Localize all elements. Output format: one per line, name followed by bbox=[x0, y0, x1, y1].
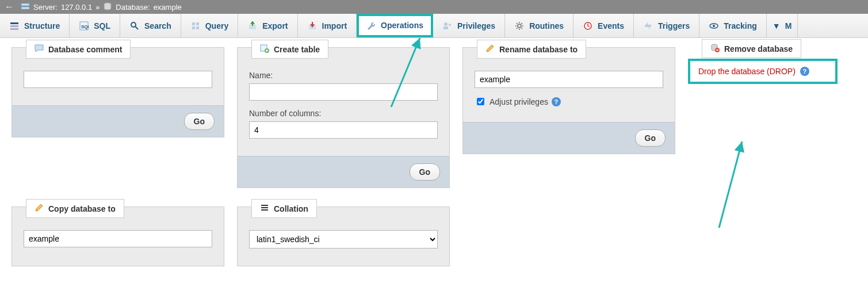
export-icon bbox=[247, 21, 258, 31]
panel-copy-database: Copy database to bbox=[12, 207, 224, 266]
tab-import[interactable]: Import bbox=[298, 14, 357, 37]
structure-icon bbox=[9, 21, 20, 31]
num-columns-input[interactable] bbox=[249, 121, 438, 139]
content-area: Database comment Go Create table Name: N… bbox=[0, 38, 868, 276]
go-button-comment[interactable]: Go bbox=[184, 113, 215, 130]
svg-point-16 bbox=[444, 22, 448, 26]
svg-rect-17 bbox=[443, 26, 448, 29]
tab-events[interactable]: Events bbox=[573, 14, 634, 37]
tab-structure[interactable]: Structure bbox=[0, 14, 70, 37]
go-button-rename[interactable]: Go bbox=[635, 129, 666, 147]
adjust-privileges-label: Adjust privileges bbox=[490, 97, 548, 106]
table-name-label: Name: bbox=[249, 71, 438, 80]
tab-operations[interactable]: Operations bbox=[357, 14, 433, 37]
tab-routines[interactable]: Routines bbox=[505, 14, 573, 37]
tab-triggers-label: Triggers bbox=[658, 21, 690, 30]
pencil-icon bbox=[485, 44, 495, 55]
svg-text:SQL: SQL bbox=[81, 24, 89, 29]
tab-search[interactable]: Search bbox=[120, 14, 181, 37]
query-icon bbox=[190, 21, 201, 31]
gear-icon bbox=[514, 21, 525, 31]
go-button-create[interactable]: Go bbox=[410, 163, 440, 181]
tab-query[interactable]: Query bbox=[181, 14, 238, 37]
tab-query-label: Query bbox=[205, 21, 228, 30]
panel-title-comment: Database comment bbox=[48, 45, 122, 54]
copy-database-input[interactable] bbox=[24, 230, 212, 247]
triggers-icon bbox=[643, 21, 653, 31]
tab-import-label: Import bbox=[322, 21, 347, 30]
tab-search-label: Search bbox=[144, 21, 171, 30]
tab-privileges-label: Privileges bbox=[457, 21, 495, 30]
tab-export[interactable]: Export bbox=[238, 14, 297, 37]
collation-select[interactable]: latin1_swedish_ci bbox=[249, 230, 438, 249]
tab-export-label: Export bbox=[262, 21, 288, 30]
tab-sql[interactable]: SQL SQL bbox=[70, 14, 120, 37]
database-comment-input[interactable] bbox=[24, 71, 212, 88]
svg-point-22 bbox=[713, 25, 715, 27]
server-prefix: Server: bbox=[33, 3, 58, 12]
panel-header-collation: Collation bbox=[251, 199, 317, 218]
search-icon bbox=[129, 21, 140, 31]
panel-title-collation: Collation bbox=[274, 204, 308, 213]
panel-header-rename: Rename database to bbox=[477, 40, 586, 59]
pencil-icon bbox=[35, 203, 44, 214]
breadcrumb-separator: » bbox=[95, 3, 100, 12]
help-icon[interactable]: ? bbox=[800, 67, 809, 76]
tab-structure-label: Structure bbox=[24, 21, 60, 30]
remove-db-icon bbox=[710, 43, 720, 54]
svg-rect-1 bbox=[21, 7, 29, 9]
breadcrumb-database-link[interactable]: example bbox=[154, 3, 182, 12]
panel-header-create: Create table bbox=[251, 40, 328, 59]
drop-database-link[interactable]: Drop the database (DROP) ? bbox=[688, 59, 838, 84]
tab-tracking-label: Tracking bbox=[724, 21, 757, 30]
help-icon[interactable]: ? bbox=[552, 97, 561, 106]
comment-icon bbox=[35, 44, 44, 55]
num-columns-label: Number of columns: bbox=[249, 109, 438, 118]
database-prefix: Database: bbox=[116, 3, 150, 12]
svg-point-18 bbox=[449, 24, 451, 26]
sql-icon: SQL bbox=[79, 21, 89, 31]
panel-rename-database: Rename database to Adjust privileges ? G… bbox=[462, 47, 675, 154]
tab-routines-label: Routines bbox=[529, 21, 564, 30]
svg-point-19 bbox=[518, 24, 521, 28]
tab-tracking[interactable]: Tracking bbox=[699, 14, 767, 37]
svg-rect-11 bbox=[196, 22, 199, 25]
panel-header-remove: Remove database bbox=[702, 39, 801, 58]
panel-collation: Collation latin1_swedish_ci bbox=[237, 207, 450, 266]
tab-sql-label: SQL bbox=[94, 21, 110, 30]
tab-operations-label: Operations bbox=[381, 21, 423, 30]
tab-more-label: M bbox=[785, 21, 792, 30]
svg-rect-10 bbox=[192, 22, 195, 25]
drop-database-label: Drop the database (DROP) bbox=[698, 67, 796, 76]
clock-icon bbox=[583, 21, 593, 31]
wrench-icon bbox=[366, 20, 376, 30]
panel-header-copy: Copy database to bbox=[26, 199, 124, 218]
server-icon bbox=[21, 2, 30, 13]
collation-icon bbox=[260, 203, 269, 214]
panel-header-comment: Database comment bbox=[26, 40, 131, 59]
tab-triggers[interactable]: Triggers bbox=[634, 14, 699, 37]
chevron-down-icon: ▼ bbox=[773, 21, 781, 30]
panel-title-create: Create table bbox=[274, 45, 320, 54]
svg-rect-0 bbox=[21, 3, 29, 6]
create-table-icon bbox=[260, 44, 269, 55]
tab-more[interactable]: ▼ M bbox=[767, 14, 798, 37]
panel-title-copy: Copy database to bbox=[48, 204, 116, 213]
rename-database-input[interactable] bbox=[475, 71, 663, 88]
database-icon bbox=[103, 2, 112, 13]
breadcrumb-server-link[interactable]: 127.0.0.1 bbox=[61, 3, 92, 12]
table-name-input[interactable] bbox=[249, 83, 438, 101]
panel-database-comment: Database comment Go bbox=[12, 47, 224, 137]
panel-remove-database: Remove database Drop the database (DROP)… bbox=[688, 47, 849, 95]
back-arrow-icon[interactable]: ← bbox=[5, 2, 14, 12]
svg-point-8 bbox=[131, 22, 136, 27]
panel-create-table: Create table Name: Number of columns: Go bbox=[237, 47, 450, 188]
privileges-icon bbox=[442, 21, 453, 31]
tab-privileges[interactable]: Privileges bbox=[433, 14, 505, 37]
svg-line-9 bbox=[135, 26, 138, 29]
breadcrumb-bar: ← Server: 127.0.0.1 » Database: example bbox=[0, 0, 868, 14]
panel-title-remove: Remove database bbox=[724, 44, 793, 53]
panel-row-2: Copy database to Collation latin1_swedis… bbox=[12, 207, 856, 266]
adjust-privileges-checkbox[interactable] bbox=[477, 98, 484, 105]
svg-rect-4 bbox=[10, 25, 18, 27]
